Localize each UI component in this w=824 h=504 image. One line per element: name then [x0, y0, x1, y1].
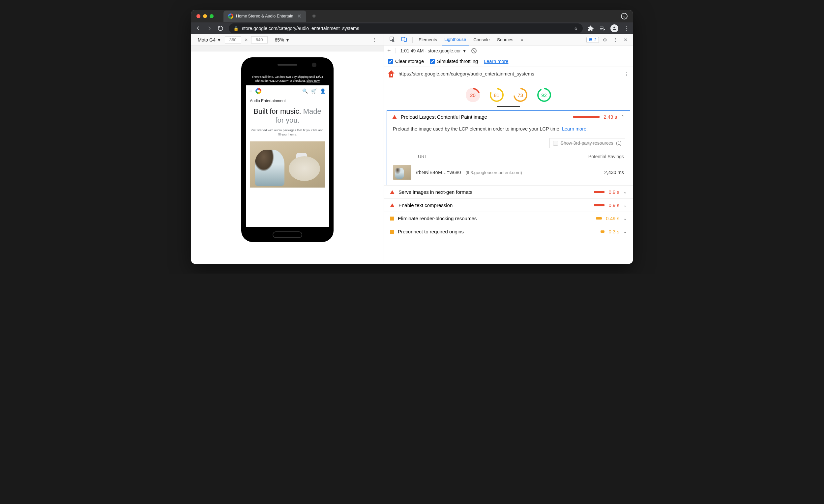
- account-icon[interactable]: 👤: [320, 88, 326, 94]
- tab-elements[interactable]: Elements: [416, 34, 440, 45]
- url-box[interactable]: 🔒 store.google.com/category/audio_entert…: [229, 23, 583, 33]
- audit-row[interactable]: Eliminate render-blocking resources0.49 …: [384, 212, 633, 225]
- audit-title: Preload Largest Contentful Paint image: [401, 114, 487, 120]
- height-input[interactable]: [251, 36, 268, 43]
- devtools-menu-icon[interactable]: ⋮: [611, 37, 620, 42]
- hero-heading: Built for music. Made for you.: [250, 107, 325, 125]
- score-accessibility[interactable]: 81: [490, 88, 504, 102]
- new-report-button[interactable]: +: [387, 47, 391, 54]
- chevron-down-icon: ⌄: [623, 190, 627, 195]
- audit-list: Serve images in next-gen formats0.9 s⌄En…: [384, 185, 633, 238]
- severity-moderate-icon: [390, 217, 394, 220]
- new-tab-button[interactable]: +: [312, 12, 316, 20]
- device-name: Moto G4: [198, 37, 216, 42]
- audit-item-time: 0.9 s: [608, 189, 619, 195]
- clear-storage-checkbox[interactable]: Clear storage: [388, 59, 424, 64]
- browser-window: Home Stereo & Audio Entertain ✕ + ⌄ 🔒 st…: [191, 10, 633, 264]
- audit-description: Preload the image used by the LCP elemen…: [387, 123, 630, 136]
- reading-list-icon[interactable]: [599, 25, 605, 31]
- address-bar: 🔒 store.google.com/category/audio_entert…: [191, 22, 633, 34]
- audit-row[interactable]: Enable text compression0.9 s⌄: [384, 198, 633, 212]
- reload-button[interactable]: [217, 25, 223, 31]
- impact-bar: [594, 191, 605, 193]
- profile-avatar[interactable]: [610, 24, 618, 32]
- audit-url: https://store.google.com/category/audio_…: [399, 71, 534, 77]
- star-icon[interactable]: ☆: [574, 26, 578, 31]
- simulated-throttle-checkbox[interactable]: Simulated throttling: [430, 59, 478, 64]
- hamburger-icon[interactable]: ≡: [249, 88, 252, 94]
- store-body: Audio Entertainment Built for music. Mad…: [246, 97, 329, 189]
- devtools-pane: Elements Lighthouse Console Sources » 2 …: [384, 34, 633, 264]
- learn-more-link[interactable]: Learn more: [484, 59, 508, 64]
- audit-row[interactable]: Preconnect to required origins0.3 s⌄: [384, 225, 633, 238]
- impact-bar: [601, 230, 605, 233]
- device-stage: There's still time. Get free two-day shi…: [191, 52, 384, 264]
- impact-bar: [594, 204, 605, 206]
- zoom-select[interactable]: 65% ▼: [275, 37, 290, 42]
- cart-icon[interactable]: 🛒: [311, 88, 317, 94]
- audit-item-time: 0.3 s: [608, 229, 619, 234]
- shop-now-link[interactable]: Shop now: [307, 79, 320, 82]
- impact-bar: [573, 116, 600, 118]
- svg-point-7: [538, 89, 550, 101]
- audit-header[interactable]: Preload Largest Contentful Paint image 2…: [387, 111, 630, 123]
- severity-critical-icon: [390, 190, 395, 194]
- column-headers: URL Potential Savings: [387, 151, 630, 162]
- browser-tab[interactable]: Home Stereo & Audio Entertain ✕: [223, 11, 306, 22]
- score-performance[interactable]: 20: [466, 88, 480, 102]
- score-seo[interactable]: 92: [537, 88, 551, 102]
- device-menu-icon[interactable]: ⋮: [373, 37, 377, 42]
- tab-console[interactable]: Console: [471, 34, 492, 45]
- google-logo-icon[interactable]: [255, 88, 262, 94]
- traffic-lights: [196, 14, 214, 18]
- promo-banner: There's still time. Get free two-day shi…: [246, 73, 329, 85]
- device-select[interactable]: Moto G4 ▼: [198, 37, 221, 42]
- svg-point-4: [467, 89, 479, 101]
- tab-overflow-icon[interactable]: ⌄: [621, 13, 628, 19]
- back-button[interactable]: [195, 25, 201, 31]
- device-mode-icon[interactable]: [399, 36, 409, 43]
- message-badge[interactable]: 2: [586, 37, 599, 43]
- phone-screen[interactable]: There's still time. Get free two-day shi…: [246, 73, 329, 227]
- svg-point-6: [514, 89, 527, 101]
- zoom-value: 65%: [275, 37, 284, 42]
- score-best-practices[interactable]: 73: [513, 88, 528, 102]
- audit-item-time: 0.9 s: [608, 202, 619, 208]
- width-input[interactable]: [225, 36, 241, 43]
- tab-lighthouse[interactable]: Lighthouse: [442, 34, 469, 45]
- score-gauges: 20 81 73 92: [384, 81, 633, 104]
- content-area: Moto G4 ▼ ✕ 65% ▼ ⋮ There's still time. …: [191, 34, 633, 264]
- minimize-window-button[interactable]: [203, 14, 207, 18]
- lighthouse-subbar: + 1:01:49 AM - store.google.cor ▼: [384, 45, 633, 56]
- tab-more[interactable]: »: [518, 34, 526, 45]
- report-select[interactable]: 1:01:49 AM - store.google.cor ▼: [401, 48, 467, 54]
- close-tab-icon[interactable]: ✕: [297, 13, 302, 19]
- camera-icon: [312, 63, 316, 67]
- extensions-icon[interactable]: [588, 25, 594, 31]
- chevron-down-icon: ⌄: [623, 203, 627, 208]
- close-window-button[interactable]: [196, 14, 200, 18]
- severity-critical-icon: [392, 115, 397, 119]
- resource-thumbnail: [393, 165, 411, 180]
- close-devtools-icon[interactable]: ✕: [622, 37, 629, 42]
- forward-button[interactable]: [206, 25, 212, 31]
- device-pane: Moto G4 ▼ ✕ 65% ▼ ⋮ There's still time. …: [191, 34, 384, 264]
- third-party-toggle[interactable]: Show 3rd-party resources (1): [549, 138, 625, 148]
- lighthouse-options: Clear storage Simulated throttling Learn…: [384, 56, 633, 67]
- audit-learn-more-link[interactable]: Learn more: [562, 126, 586, 131]
- audit-item-title: Preconnect to required origins: [398, 229, 464, 234]
- report-menu-icon[interactable]: ⋮: [624, 71, 629, 77]
- severity-critical-icon: [390, 203, 395, 207]
- clear-icon[interactable]: [471, 48, 477, 54]
- tab-sources[interactable]: Sources: [494, 34, 516, 45]
- audit-time: 2.43 s: [604, 114, 617, 120]
- search-icon[interactable]: 🔍: [302, 88, 308, 94]
- browser-menu-icon[interactable]: ⋮: [624, 25, 629, 32]
- settings-icon[interactable]: ⚙: [601, 37, 609, 42]
- audit-row[interactable]: Serve images in next-gen formats0.9 s⌄: [384, 185, 633, 198]
- maximize-window-button[interactable]: [210, 14, 214, 18]
- hero-image: [250, 141, 325, 188]
- inspect-icon[interactable]: [387, 36, 397, 43]
- ruler: [191, 45, 384, 52]
- score-underline: [497, 106, 520, 107]
